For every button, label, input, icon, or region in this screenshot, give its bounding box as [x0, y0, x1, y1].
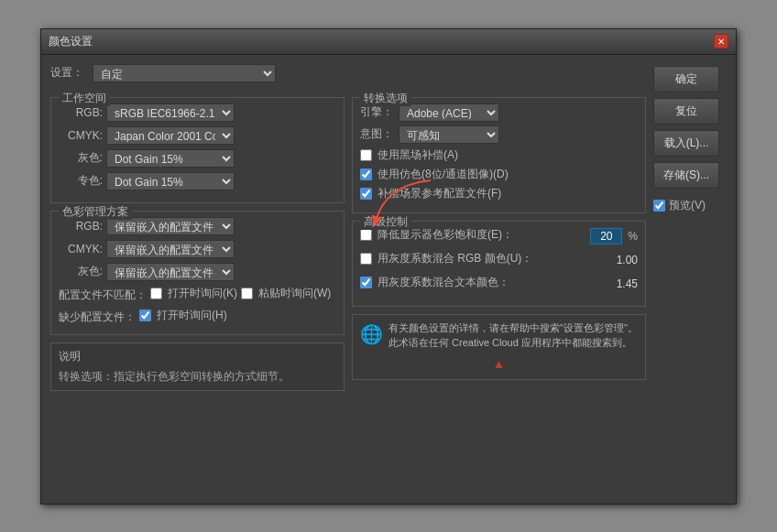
engine-select[interactable]: Adobe (ACE)	[399, 103, 499, 122]
spot-field-row: 专色: Dot Gain 15%	[59, 172, 336, 190]
rgb-select[interactable]: sRGB IEC61966-2.1	[106, 103, 235, 122]
blend-rgb-label: 用灰度系数混合 RGB 颜色(U)：	[378, 251, 596, 266]
conversion-title: 转换选项	[360, 91, 411, 106]
cm-rgb-label: RGB:	[59, 220, 103, 233]
close-button[interactable]: ✕	[714, 34, 728, 49]
preview-label: 预览(V)	[669, 198, 706, 213]
gray-label: 灰色:	[59, 150, 103, 166]
info-box: 🌐 有关颜色设置的详情，请在帮助中搜索"设置色彩管理"。此术语在任何 Creat…	[352, 314, 646, 380]
blackpoint-checkbox[interactable]	[360, 149, 372, 161]
missing-label: 缺少配置文件：	[59, 309, 136, 325]
blend-rgb-row: 用灰度系数混合 RGB 颜色(U)： 1.00	[360, 251, 638, 270]
color-management-group: 色彩管理方案 RGB: 保留嵌入的配置文件 CMYK: 保留嵌入的配置文件	[50, 211, 345, 335]
cmyk-field-row: CMYK: Japan Color 2001 Coated	[59, 126, 336, 145]
ok-button[interactable]: 确定	[653, 66, 719, 92]
left-panel: 设置： 自定 工作空间 RGB: sRGB IEC61966-2.1	[50, 64, 646, 391]
compensate-label: 补偿场景参考配置文件(F)	[378, 186, 501, 201]
cm-cmyk-row: CMYK: 保留嵌入的配置文件	[59, 240, 336, 258]
conversion-group: 转换选项 引擎： Adobe (ACE) 意图： 可感知	[352, 97, 646, 213]
mismatch-label: 配置文件不匹配：	[59, 288, 147, 303]
description-text: 转换选项：指定执行色彩空间转换的方式细节。	[59, 368, 336, 385]
blend-rgb-checkbox-row: 用灰度系数混合 RGB 颜色(U)：	[360, 251, 596, 266]
info-text: 有关颜色设置的详情，请在帮助中搜索"设置色彩管理"。此术语在任何 Creativ…	[388, 322, 638, 349]
blend-text-checkbox-row: 用灰度系数混合文本颜色：	[360, 275, 596, 290]
cm-gray-select[interactable]: 保留嵌入的配置文件	[106, 263, 235, 281]
cmyk-label: CMYK:	[59, 129, 103, 142]
intent-select[interactable]: 可感知	[399, 125, 499, 144]
blend-text-checkbox[interactable]	[360, 277, 372, 288]
cmyk-select[interactable]: Japan Color 2001 Coated	[106, 126, 235, 145]
mismatch-paste-label: 粘贴时询问(W)	[258, 286, 331, 301]
title-bar: 颜色设置 ✕	[41, 29, 736, 55]
engine-row: 引擎： Adobe (ACE)	[360, 103, 638, 122]
spot-select[interactable]: Dot Gain 15%	[106, 172, 235, 190]
dither-row: 使用仿色(8位/通道图像)(D)	[360, 167, 638, 182]
rgb-label: RGB:	[59, 106, 103, 119]
dither-label: 使用仿色(8位/通道图像)(D)	[378, 167, 509, 182]
engine-label: 引擎：	[360, 104, 393, 120]
desaturate-input[interactable]	[590, 228, 622, 244]
preset-row: 设置： 自定	[50, 64, 646, 82]
color-settings-dialog: 颜色设置 ✕ 设置： 自定 工作空间 RGB:	[40, 28, 737, 505]
rgb-field-row: RGB: sRGB IEC61966-2.1	[59, 103, 336, 122]
dither-checkbox[interactable]	[360, 168, 372, 180]
blackpoint-row: 使用黑场补偿(A)	[360, 147, 638, 163]
dialog-body: 设置： 自定 工作空间 RGB: sRGB IEC61966-2.1	[41, 55, 736, 400]
spot-label: 专色:	[59, 173, 103, 189]
description-box: 说明 转换选项：指定执行色彩空间转换的方式细节。	[50, 342, 345, 391]
load-button[interactable]: 载入(L)...	[653, 130, 719, 157]
working-space-title: 工作空间	[59, 91, 110, 106]
reset-button[interactable]: 复位	[653, 98, 719, 125]
info-arrow-icon: ▲	[493, 356, 506, 371]
two-col-main: 工作空间 RGB: sRGB IEC61966-2.1 CMYK: Japan …	[50, 97, 646, 391]
missing-open-label: 打开时询问(H)	[157, 308, 227, 323]
advanced-group: 高级控制 降低显示器色彩饱和度(E)： %	[352, 221, 646, 307]
preview-row: 预览(V)	[653, 198, 727, 213]
cm-rgb-select[interactable]: 保留嵌入的配置文件	[106, 217, 235, 235]
missing-open-checkbox[interactable]	[139, 309, 151, 321]
preview-checkbox[interactable]	[653, 200, 665, 212]
intent-label: 意图：	[360, 126, 393, 142]
description-title: 说明	[59, 349, 336, 364]
cm-cmyk-select[interactable]: 保留嵌入的配置文件	[106, 240, 235, 258]
mismatch-paste-checkbox[interactable]	[241, 288, 253, 299]
color-management-title: 色彩管理方案	[59, 204, 132, 220]
missing-open-row: 打开时询问(H)	[139, 308, 227, 323]
compensate-row: 补偿场景参考配置文件(F)	[360, 186, 638, 201]
preset-label: 设置：	[50, 65, 87, 81]
compensate-checkbox[interactable]	[360, 188, 372, 200]
percent-label: %	[628, 230, 638, 243]
advanced-title: 高级控制	[360, 214, 411, 230]
mismatch-open-checkbox[interactable]	[150, 288, 162, 299]
desaturate-checkbox[interactable]	[360, 229, 372, 241]
working-space-group: 工作空间 RGB: sRGB IEC61966-2.1 CMYK: Japan …	[50, 97, 345, 203]
intent-row: 意图： 可感知	[360, 125, 638, 144]
cm-gray-label: 灰色:	[59, 264, 103, 279]
desaturate-row: 降低显示器色彩饱和度(E)： %	[360, 227, 638, 246]
save-button[interactable]: 存储(S)...	[653, 162, 719, 189]
right-panel: 确定 复位 载入(L)... 存储(S)... 预览(V)	[653, 64, 727, 391]
col-right: 转换选项 引擎： Adobe (ACE) 意图： 可感知	[352, 97, 646, 391]
dialog-title: 颜色设置	[49, 34, 93, 49]
cm-rgb-row: RGB: 保留嵌入的配置文件	[59, 217, 336, 235]
gray-field-row: 灰色: Dot Gain 15%	[59, 149, 336, 168]
blend-text-value: 1.45	[601, 277, 638, 290]
gray-select[interactable]: Dot Gain 15%	[106, 149, 235, 168]
blackpoint-label: 使用黑场补偿(A)	[378, 147, 458, 163]
blend-rgb-checkbox[interactable]	[360, 253, 372, 265]
col-left: 工作空间 RGB: sRGB IEC61966-2.1 CMYK: Japan …	[50, 97, 345, 391]
mismatch-paste-row: 粘贴时询问(W)	[241, 286, 331, 301]
preset-select[interactable]: 自定	[93, 64, 276, 82]
blend-text-label: 用灰度系数混合文本颜色：	[378, 275, 596, 290]
cm-gray-row: 灰色: 保留嵌入的配置文件	[59, 263, 336, 281]
blend-text-row: 用灰度系数混合文本颜色： 1.45	[360, 275, 638, 294]
blend-rgb-value: 1.00	[601, 254, 638, 266]
cm-cmyk-label: CMYK:	[59, 243, 103, 255]
mismatch-open-row: 打开时询问(K)	[150, 286, 237, 301]
mismatch-open-label: 打开时询问(K)	[168, 286, 237, 301]
globe-icon: 🌐	[360, 320, 383, 348]
